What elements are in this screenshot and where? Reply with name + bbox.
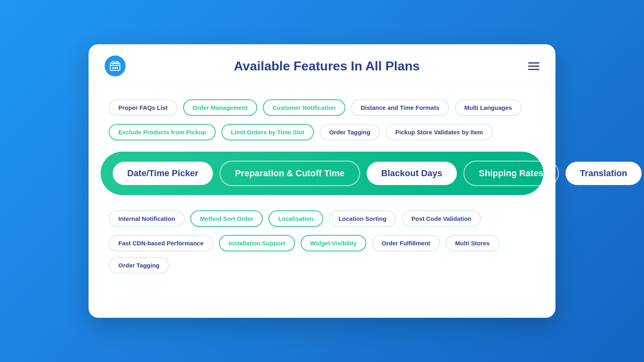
feature-tag[interactable]: Order Tagging [320, 124, 380, 140]
feature-tag[interactable]: Customer Notification [263, 99, 345, 116]
feature-tag[interactable]: Multi Languages [455, 99, 522, 116]
featured-banner: Date/Time PickerPreparation & Cutoff Tim… [101, 152, 543, 195]
feature-tag[interactable]: Multi Stores [446, 235, 500, 251]
feature-tag[interactable]: Limit Orders by Time Slot [221, 124, 314, 140]
feature-tag[interactable]: Exclude Products from Pickup [109, 124, 216, 140]
feature-tag[interactable]: Localisation [268, 210, 323, 227]
feature-tag[interactable]: Internal Notification [109, 210, 185, 227]
features-row-4: Fast CDN-based PerformanceInstallation S… [109, 235, 535, 274]
feature-tag[interactable]: Preparation & Cutoff Time [219, 160, 360, 186]
page-title: Available Features In All Plans [126, 59, 528, 74]
feature-tag[interactable]: Pickup Store Validates by Item [386, 124, 493, 140]
svg-rect-7 [114, 67, 116, 69]
features-row-1: Proper FAQs ListOrder ManagementCustomer… [109, 99, 535, 116]
feature-tag[interactable]: Distance and Time Formats [351, 99, 449, 116]
svg-rect-5 [112, 67, 114, 69]
hamburger-menu-icon[interactable] [528, 62, 539, 70]
feature-tag[interactable]: Location Sorting [329, 210, 396, 227]
feature-tag[interactable]: Date/Time Picker [113, 162, 213, 185]
feature-tag[interactable]: Order Management [183, 99, 258, 116]
feature-tag[interactable]: Proper FAQs List [109, 99, 178, 116]
main-card: Available Features In All Plans Proper F… [89, 44, 555, 318]
feature-tag[interactable]: Blackout Days [367, 162, 457, 185]
feature-tag[interactable]: Translation [566, 162, 642, 185]
feature-tag[interactable]: Post Code Validation [402, 210, 481, 227]
feature-tag[interactable]: Widget Visibility [301, 235, 366, 251]
bottom-features-section: Internal NotificationMethod Sort OrderLo… [89, 206, 555, 274]
feature-tag[interactable]: Method Sort Order [190, 210, 263, 227]
top-features-section: Proper FAQs ListOrder ManagementCustomer… [89, 86, 555, 140]
svg-rect-0 [110, 63, 120, 70]
svg-rect-6 [116, 67, 118, 69]
card-header: Available Features In All Plans [89, 44, 555, 86]
feature-tag[interactable]: Shipping Rates [463, 160, 559, 186]
feature-tag[interactable]: Installation Support [219, 235, 295, 251]
features-row-3: Internal NotificationMethod Sort OrderLo… [109, 210, 535, 227]
logo [105, 56, 126, 76]
feature-tag[interactable]: Order Tagging [109, 257, 169, 274]
feature-tag[interactable]: Fast CDN-based Performance [109, 235, 213, 251]
feature-tag[interactable]: Order Fulfillment [372, 235, 440, 251]
features-row-2: Exclude Products from PickupLimit Orders… [109, 124, 535, 140]
